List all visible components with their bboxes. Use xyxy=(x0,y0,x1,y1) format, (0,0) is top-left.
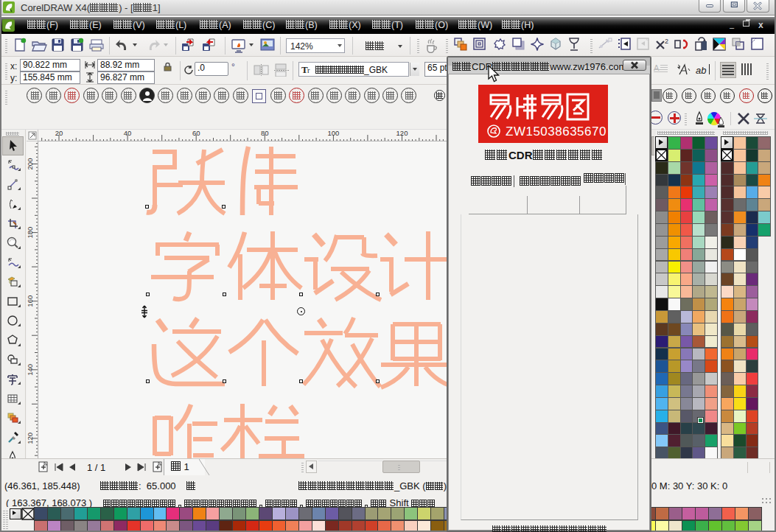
svg-text:2: 2 xyxy=(665,38,668,45)
svg-text:40: 40 xyxy=(124,129,132,137)
svg-text:100: 100 xyxy=(327,129,339,137)
svg-text:20: 20 xyxy=(55,129,63,137)
svg-text:80: 80 xyxy=(261,129,269,137)
svg-text:60: 60 xyxy=(192,129,200,137)
svg-text:120: 120 xyxy=(396,129,408,137)
